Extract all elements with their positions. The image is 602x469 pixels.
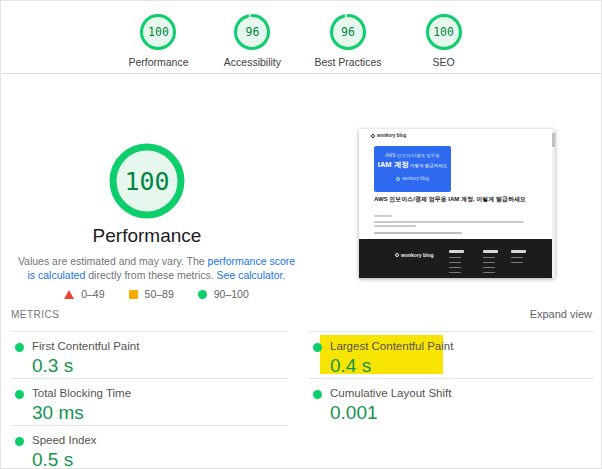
legend-pass-range: 90–100	[214, 288, 249, 300]
see-calculator-link[interactable]: See calculator.	[217, 269, 286, 281]
pass-dot-icon	[15, 343, 24, 352]
legend-pass: 90–100	[198, 288, 249, 300]
seo-gauge-icon: 100	[425, 13, 463, 51]
thumb-footer: wonkory blog	[359, 239, 555, 278]
pass-dot-icon	[15, 437, 24, 446]
legend-average: 50–89	[129, 288, 174, 300]
post-hero-card: AWS 인보이스/결제 업무용 IAM 계정 이렇게 발급하세요 wonkory…	[374, 146, 451, 192]
nav-accessibility[interactable]: 96 Accessibility	[220, 13, 284, 73]
post-tags-placeholder	[374, 232, 462, 234]
score-disclaimer: Values are estimated and may vary. The p…	[14, 254, 299, 282]
fail-triangle-icon	[64, 290, 74, 299]
metrics-column-right: Largest Contentful Paint 0.4 s Cumulativ…	[309, 331, 594, 425]
legend-fail: 0–49	[64, 288, 104, 300]
expand-view-button[interactable]: Expand view	[530, 308, 592, 320]
score-nav: 100 Performance 96 Accessibility 96 Best…	[1, 1, 601, 74]
footer-links-col-3	[511, 250, 526, 267]
post-excerpt-line-2	[374, 225, 416, 227]
nav-seo[interactable]: 100 SEO	[412, 13, 476, 73]
hero-brand-icon	[396, 177, 400, 181]
metric-cumulative-layout-shift: Cumulative Layout Shift 0.001	[309, 378, 594, 425]
post-title: AWS 인보이스/결제 업무용 IAM 계정, 이렇게 발급하세요	[374, 195, 536, 203]
post-date-placeholder	[374, 215, 392, 217]
site-logo-text: wonkory blog	[377, 133, 406, 138]
thumb-scrollbar	[552, 129, 555, 278]
disclaimer-text: Values are estimated and may vary. The	[18, 255, 208, 267]
hero-subtitle: AWS 인보이스/결제 업무용	[374, 153, 451, 158]
accessibility-label: Accessibility	[224, 56, 281, 68]
score-legend: 0–49 50–89 90–100	[14, 288, 299, 300]
metric-speed-index: Speed Index 0.5 s	[11, 425, 288, 469]
site-logo-icon	[371, 134, 375, 138]
nav-performance[interactable]: 100 Performance	[126, 13, 190, 73]
seo-score: 100	[425, 13, 463, 51]
nav-best-practices[interactable]: 96 Best Practices	[314, 13, 381, 73]
performance-label: Performance	[128, 56, 188, 68]
metric-first-contentful-paint: First Contentful Paint 0.3 s	[11, 331, 288, 378]
performance-gauge-icon: 100	[139, 13, 177, 51]
average-square-icon	[129, 290, 138, 299]
performance-score: 100	[139, 13, 177, 51]
best-practices-gauge-icon: 96	[329, 13, 367, 51]
legend-fail-range: 0–49	[81, 288, 104, 300]
thumb-scrollbar-thumb	[552, 133, 555, 147]
best-practices-label: Best Practices	[314, 56, 381, 68]
hero-brand: wonkory blog	[374, 176, 451, 181]
page-screenshot-thumbnail: wonkory blog AWS 인보이스/결제 업무용 IAM 계정 이렇게 …	[359, 129, 555, 278]
footer-links-col-1	[449, 250, 464, 277]
performance-main-gauge: 100	[108, 142, 186, 220]
post-excerpt-line-1	[374, 221, 524, 223]
hero-title: IAM 계정 이렇게 발급하세요	[374, 160, 451, 170]
pass-dot-icon	[313, 390, 322, 399]
metrics-column-left: First Contentful Paint 0.3 s Total Block…	[11, 331, 288, 469]
seo-label: SEO	[432, 56, 454, 68]
disclaimer-text-2: directly from these metrics.	[85, 269, 216, 281]
footer-links-col-2	[483, 250, 498, 277]
pass-circle-icon	[198, 290, 207, 299]
performance-main-score: 100	[108, 142, 186, 220]
metric-total-blocking-time: Total Blocking Time 30 ms	[11, 378, 288, 425]
legend-average-range: 50–89	[145, 288, 174, 300]
accessibility-gauge-icon: 96	[233, 13, 271, 51]
accessibility-score: 96	[233, 13, 271, 51]
metric-largest-contentful-paint: Largest Contentful Paint 0.4 s	[309, 331, 594, 378]
lighthouse-report: 100 Performance 96 Accessibility 96 Best…	[0, 0, 602, 469]
thumb-site-header: wonkory blog	[371, 133, 406, 138]
pass-dot-icon	[313, 343, 322, 352]
best-practices-score: 96	[329, 13, 367, 51]
pass-dot-icon	[15, 390, 24, 399]
footer-brand: wonkory blog	[395, 252, 434, 258]
performance-section-title: Performance	[22, 225, 272, 247]
footer-brand-icon	[395, 253, 399, 257]
metrics-section-title: METRICS	[11, 309, 60, 320]
